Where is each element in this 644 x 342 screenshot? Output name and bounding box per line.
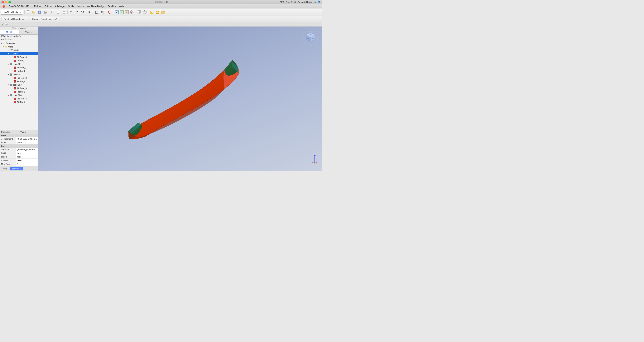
prop-row-label[interactable]: Label panel: [0, 141, 38, 144]
measure-button[interactable]: 📐: [149, 10, 154, 15]
left-panel: Vue combinée Modèle Tâches Étiquettes & …: [0, 27, 38, 171]
tree-item-wing001[interactable]: ▼ ⚙ Wing001: [0, 49, 38, 52]
tab-tasks[interactable]: Tâches: [19, 30, 38, 35]
view-top-button[interactable]: T: [119, 10, 124, 15]
svg-marker-16: [89, 11, 90, 14]
prop-col-value: Valeur: [19, 130, 38, 134]
minimize-button[interactable]: [5, 1, 7, 3]
prop-row-closed[interactable]: Closed false: [0, 159, 38, 162]
menu-affichage[interactable]: Affichage: [54, 5, 66, 8]
view-left-button[interactable]: L: [129, 10, 134, 15]
gear-icon: ⚙: [7, 49, 10, 52]
view-3d-button[interactable]: [136, 10, 142, 15]
paste-button[interactable]: [61, 10, 67, 15]
3d-viewport[interactable]: Top Front Right ▲ ▼ ◄ ► Z X: [38, 27, 322, 171]
tree-item-ribroot0[interactable]: RibRoot_0: [0, 55, 38, 59]
menu-macro[interactable]: Macro: [76, 5, 85, 8]
view-iso-button[interactable]: [142, 10, 147, 15]
workbench-selector[interactable]: ✈ AirPlaneDesign ▼: [1, 10, 23, 15]
svg-rect-37: [137, 10, 140, 13]
svg-text:Y: Y: [311, 160, 312, 162]
tree-item-panel001[interactable]: ▼ panel001: [0, 62, 38, 66]
open-file-button[interactable]: [31, 10, 36, 15]
menu-airplane-design[interactable]: Air Plane Design: [86, 5, 106, 8]
search-icon[interactable]: 🔍: [314, 1, 316, 3]
float-panel-button[interactable]: ◎: [4, 23, 8, 26]
new-file-button[interactable]: [25, 10, 31, 15]
prop-key-closed: Closed: [0, 159, 16, 162]
tree-item-ribtip3[interactable]: RibTip_3: [0, 90, 38, 93]
prop-row-solid[interactable]: Solid true: [0, 151, 38, 155]
props-header: Propriété Valeur: [0, 130, 38, 134]
pointer-button[interactable]: [87, 10, 92, 15]
user-icon[interactable]: 👤: [318, 1, 320, 3]
prop-row-sections[interactable]: Sections [RibRoot_0, RibTip_0]: [0, 148, 38, 151]
menu-fichier[interactable]: Fichier: [33, 5, 43, 8]
undo-button[interactable]: [68, 10, 74, 15]
group-button[interactable]: [160, 10, 166, 15]
tree-item-panel002[interactable]: ▼ panel002: [0, 73, 38, 76]
create-panel-button[interactable]: Create a Panel(under dev): [30, 17, 59, 21]
panel-blue-icon: ◆: [10, 52, 12, 55]
wing-3d-model: [113, 50, 248, 147]
view-front-button[interactable]: F: [114, 10, 120, 15]
rib-icon-4: [14, 97, 16, 100]
prop-row-placement[interactable]: Placement [(0,00 0,00 1,00); 0,00 °; (0,…: [0, 137, 38, 141]
apple-menu[interactable]: 🍎: [1, 5, 7, 8]
tree-item-panel[interactable]: ▼ ◆ panel: [0, 52, 38, 55]
part-button[interactable]: [155, 10, 160, 15]
tree-item-panel004[interactable]: ▼ panel004: [0, 93, 38, 97]
close-button[interactable]: [2, 1, 4, 3]
tree-view: ▼ 🗂 Sans nom ▼ 📁 Wing ▼ ⚙ Wing001 ▼ ◆ pa…: [0, 41, 38, 130]
redo-button[interactable]: [74, 10, 80, 15]
tree-item-ribtip0[interactable]: RibTip_0: [0, 59, 38, 62]
tree-item-wing[interactable]: ▼ 📁 Wing: [0, 45, 38, 49]
create-rib-button[interactable]: Create a Rib(under dev): [2, 17, 28, 21]
tree-item-ribroot3[interactable]: RibRoot_3: [0, 87, 38, 90]
panel-control-bar: ✕ ◎: [0, 22, 322, 27]
properties-panel: Propriété Valeur Base Placement [(0,00 0…: [0, 130, 38, 166]
zoom-fit-button[interactable]: [94, 10, 100, 15]
menu-fenetre[interactable]: Fenêtre: [106, 5, 117, 8]
svg-marker-14: [76, 12, 76, 12]
prop-val-label: panel: [16, 141, 38, 144]
tree-item-ribtip1[interactable]: RibTip_1: [0, 69, 38, 73]
tree-item-ribroot4[interactable]: RibRoot_4: [0, 97, 38, 100]
tree-item-sans-nom[interactable]: ▼ 🗂 Sans nom: [0, 42, 38, 45]
view-right-button[interactable]: R: [124, 10, 130, 15]
tab-donnees[interactable]: Données: [10, 167, 23, 170]
menu-aide[interactable]: Aide: [118, 5, 126, 8]
svg-text:Z: Z: [315, 154, 316, 156]
svg-line-23: [103, 13, 104, 14]
prop-row-ruled[interactable]: Ruled false: [0, 155, 38, 159]
tab-vue[interactable]: Vue: [1, 167, 9, 170]
tree-item-ribroot2[interactable]: RibRoot_2: [0, 76, 38, 80]
svg-rect-6: [44, 13, 46, 14]
clock: Sam. 11:46: [286, 1, 296, 3]
maximize-button[interactable]: [8, 1, 11, 3]
tree-item-ribtip4[interactable]: RibTip_4: [0, 100, 38, 104]
print-button[interactable]: [43, 10, 48, 15]
save-file-button[interactable]: [37, 10, 42, 15]
refresh-button[interactable]: [80, 10, 85, 15]
copy-button[interactable]: [56, 10, 61, 15]
toolbar-sep-6: [106, 10, 106, 14]
svg-marker-12: [72, 12, 72, 12]
traffic-lights[interactable]: [2, 1, 11, 3]
menu-edition[interactable]: Édition: [43, 5, 53, 8]
menu-freecad[interactable]: FreeCAD-0.18-16131: [7, 5, 32, 8]
tab-model[interactable]: Modèle: [0, 30, 19, 35]
close-panel-button[interactable]: ✕: [1, 23, 4, 26]
tree-item-ribtip2[interactable]: RibTip_2: [0, 80, 38, 83]
draw-style-button[interactable]: [107, 10, 112, 15]
zoom-select-button[interactable]: [100, 10, 105, 15]
svg-rect-8: [57, 11, 59, 14]
menu-outils[interactable]: Outils: [66, 5, 76, 8]
cut-button[interactable]: ✂: [50, 10, 55, 15]
svg-line-40: [144, 11, 146, 12]
svg-rect-43: [162, 11, 164, 12]
prop-row-maxdeg[interactable]: Max Degr... 5: [0, 162, 38, 166]
tree-item-panel003[interactable]: ▼ panel003: [0, 83, 38, 87]
nav-cube[interactable]: Top Front Right ▲ ▼ ◄ ►: [303, 30, 318, 46]
tree-item-ribroot1[interactable]: RibRoot_1: [0, 66, 38, 69]
